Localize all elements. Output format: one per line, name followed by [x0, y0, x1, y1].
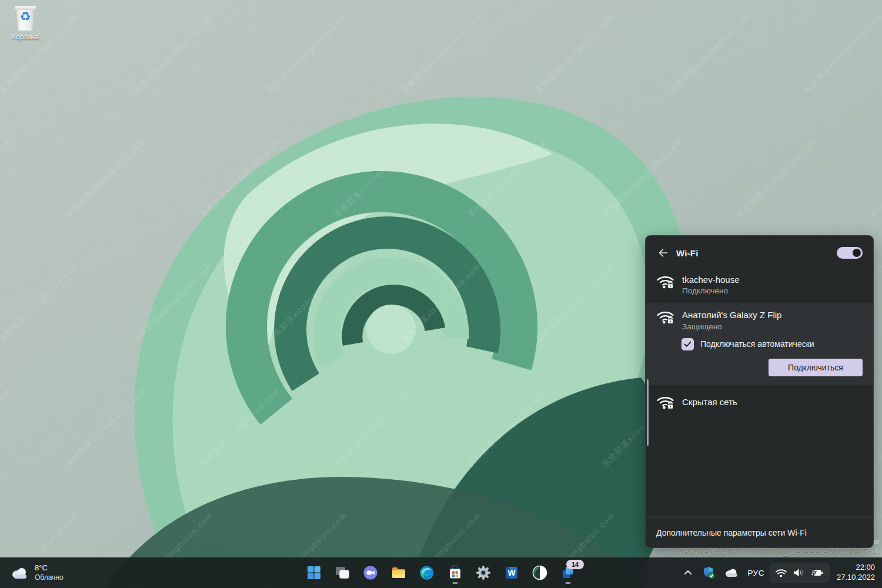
- network-status: Защищено: [682, 322, 781, 332]
- start-button[interactable]: [302, 561, 326, 584]
- onedrive-tray-button[interactable]: [720, 562, 743, 584]
- store-button[interactable]: [443, 561, 467, 584]
- word-icon: W: [504, 565, 519, 580]
- network-item-hidden[interactable]: Скрытая сеть: [646, 385, 873, 420]
- auto-connect-row[interactable]: Подключаться автоматически: [681, 338, 863, 350]
- folder-icon: [391, 565, 406, 580]
- more-wifi-settings-link[interactable]: Дополнительные параметры сети Wi-Fi: [646, 517, 873, 547]
- network-volume-battery-group[interactable]: [769, 563, 830, 583]
- language-label: РУС: [747, 569, 764, 577]
- wifi-toggle[interactable]: [837, 247, 863, 259]
- desktop-screen: 系统部落xitongbuluo.com系统部落xitongbuluo.com系统…: [0, 0, 882, 588]
- network-name: tkachev-house: [682, 274, 740, 286]
- recycle-bin-glyph: ♻: [14, 5, 37, 32]
- wifi-panel-title: Wi-Fi: [676, 248, 699, 258]
- date-label: 27.10.2022: [837, 573, 875, 583]
- recycle-arrows-icon: ♻: [14, 10, 37, 22]
- chat-video-icon: [363, 565, 378, 580]
- settings-button[interactable]: [472, 561, 495, 584]
- edge-button[interactable]: [415, 561, 439, 584]
- volume-icon: [793, 567, 804, 578]
- windows-security-tray-button[interactable]: [698, 562, 719, 584]
- wifi-secured-icon: [656, 395, 674, 410]
- language-indicator[interactable]: РУС: [744, 562, 768, 584]
- weather-condition: Облачно: [35, 573, 64, 582]
- chat-button[interactable]: [359, 561, 382, 584]
- network-name: Скрытая сеть: [682, 396, 737, 408]
- wifi-toggle-knob: [853, 249, 861, 257]
- network-row[interactable]: Анатолий's Galaxy Z Flip Защищено: [646, 303, 873, 332]
- weather-widget[interactable]: 8°C Облачно: [6, 557, 68, 588]
- scrollbar-thumb[interactable]: [647, 379, 649, 446]
- wifi-tray-icon: [775, 568, 787, 578]
- back-button[interactable]: [655, 245, 670, 260]
- network-name: Анатолий's Galaxy Z Flip: [682, 309, 781, 321]
- file-explorer-button[interactable]: [387, 561, 410, 584]
- build-watermark: Пробная версия. Build 25231.rs_prereleas…: [664, 547, 878, 556]
- weather-temperature: 8°C: [35, 563, 64, 573]
- network-item-selected[interactable]: Анатолий's Galaxy Z Flip Защищено Подклю…: [646, 303, 873, 385]
- auto-connect-label: Подключаться автоматически: [700, 339, 814, 349]
- wifi-secured-icon: [656, 309, 674, 325]
- onedrive-cloud-icon: [724, 567, 739, 579]
- task-view-icon: [335, 565, 350, 580]
- chevron-up-icon: [683, 567, 693, 578]
- gear-icon: [476, 565, 491, 580]
- svg-text:W: W: [507, 568, 516, 577]
- time-label: 22:00: [837, 563, 875, 573]
- edge-browser-icon: [419, 565, 435, 580]
- clock[interactable]: 22:00 27.10.2022: [831, 563, 878, 583]
- wifi-flyout-panel: Wi-Fi tkachev-house Подключено: [645, 235, 874, 548]
- network-status: Подключено: [682, 286, 740, 296]
- network-item-connected[interactable]: tkachev-house Подключено: [646, 268, 873, 303]
- notification-badge: 14: [566, 560, 584, 569]
- microsoft-store-icon: [447, 565, 463, 580]
- back-arrow-icon: [657, 247, 669, 259]
- battery-charging-icon: [810, 567, 824, 578]
- tray-overflow-button[interactable]: [679, 562, 697, 584]
- windows-logo-icon: [306, 565, 322, 580]
- taskbar-pinned-apps: W 14: [302, 561, 580, 584]
- wifi-panel-header: Wi-Fi: [646, 236, 873, 268]
- running-indicator: [566, 582, 571, 584]
- recycle-bin-label: Корзина: [7, 33, 44, 41]
- cloud-weather-icon: [11, 566, 29, 579]
- running-indicator: [453, 582, 458, 584]
- task-view-button[interactable]: [330, 561, 354, 584]
- half-circle-app-icon: [532, 565, 547, 580]
- wifi-secured-icon: [656, 274, 674, 290]
- system-tray: РУС: [679, 557, 878, 588]
- checkmark-icon: [684, 341, 691, 348]
- recycle-bin-icon[interactable]: ♻ Корзина: [7, 5, 44, 41]
- build-watermark-fragment: w: [874, 537, 879, 546]
- security-shield-icon: [701, 566, 716, 580]
- auto-connect-checkbox[interactable]: [681, 338, 694, 350]
- blue-squares-app-button[interactable]: 14: [556, 561, 580, 584]
- word-button[interactable]: W: [500, 561, 523, 584]
- contrast-app-button[interactable]: [528, 561, 552, 584]
- taskbar: 8°C Облачно: [0, 557, 882, 588]
- connect-button[interactable]: Подключиться: [769, 359, 863, 376]
